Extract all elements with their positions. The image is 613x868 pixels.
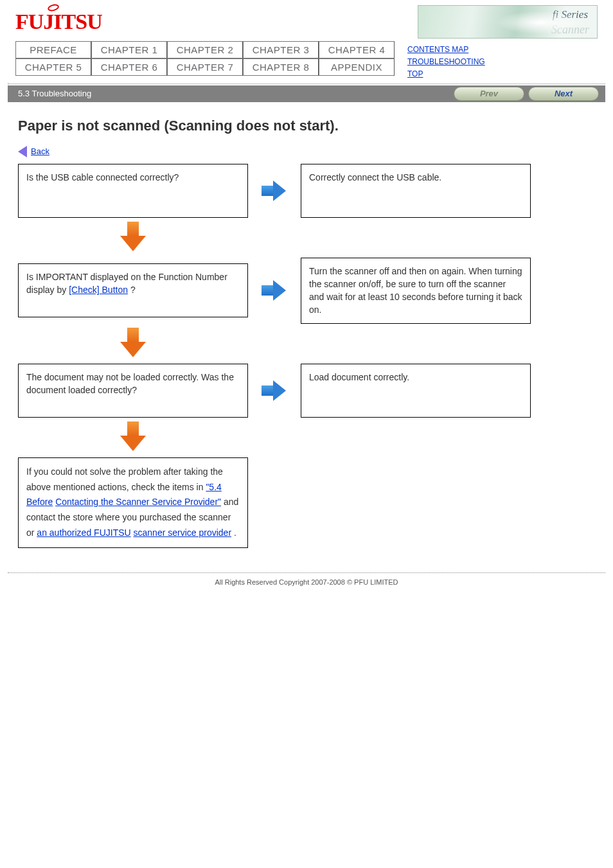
back-icon [18,146,27,157]
tab-appendix[interactable]: APPENDIX [319,58,395,76]
flow-q2-box: Is IMPORTANT displayed on the Function N… [18,263,248,317]
arrow-right-icon [262,178,287,204]
tab-chapter-4[interactable]: CHAPTER 4 [319,41,395,58]
flow-a3-text: Load document correctly. [309,372,409,382]
tab-chapter-3[interactable]: CHAPTER 3 [243,41,319,58]
flow-a2-text: Turn the scanner off and then on again. … [309,266,522,315]
flow-final-box: If you could not solve the problem after… [18,457,248,548]
link-provider-b[interactable]: scanner service provider [134,527,232,538]
link-contents-map[interactable]: CONTENTS MAP [407,44,587,56]
tab-chapter-5[interactable]: CHAPTER 5 [15,58,91,76]
flow-q1-text: Is the USB cable connected correctly? [26,172,179,182]
check-button-link[interactable]: [Check] Button [69,285,128,295]
link-section-54-b[interactable]: Contacting the Scanner Service Provider" [55,497,221,507]
section-bar: 5.3 Troubleshooting Prev Next [8,85,605,102]
section-bar-label: 5.3 Troubleshooting [18,89,450,98]
arrow-down-icon [119,222,147,254]
flow-a1-box: Correctly connect the USB cable. [301,164,531,218]
prev-button[interactable]: Prev [454,87,524,101]
tab-chapter-2[interactable]: CHAPTER 2 [167,41,243,58]
flow-a2-box: Turn the scanner off and then on again. … [301,258,531,324]
next-button[interactable]: Next [528,87,599,101]
back-link[interactable]: Back [31,146,49,156]
flow-q3-text: The document may not be loaded correctly… [26,372,234,395]
tab-chapter-1[interactable]: CHAPTER 1 [91,41,167,58]
flow-a1-text: Correctly connect the USB cable. [309,172,441,182]
flow-q1-box: Is the USB cable connected correctly? [18,164,248,218]
arrow-right-icon [262,278,287,303]
flow-q3-box: The document may not be loaded correctly… [18,364,248,418]
link-troubleshooting[interactable]: TROUBLESHOOTING [407,56,587,68]
tab-chapter-8[interactable]: CHAPTER 8 [243,58,319,76]
link-top[interactable]: TOP [407,68,587,80]
link-provider-a[interactable]: an authorized FUJITSU [37,527,130,538]
tab-preface[interactable]: PREFACE [15,41,91,58]
divider [8,84,605,84]
sidebar-links: CONTENTS MAP TROUBLESHOOTING TOP [407,41,587,81]
chapter-tabs: PREFACE CHAPTER 1 CHAPTER 2 CHAPTER 3 CH… [15,41,395,76]
page-title: Paper is not scanned (Scanning does not … [18,118,587,134]
final-text-1: If you could not solve the problem after… [26,466,223,492]
copyright: All Rights Reserved Copyright 2007-2008 … [0,578,613,586]
flow-a3-box: Load document correctly. [301,364,531,418]
fujitsu-logo: FUJITSU [15,10,102,34]
final-text-3: . [234,527,236,538]
tab-chapter-7[interactable]: CHAPTER 7 [167,58,243,76]
divider-bottom [8,572,605,573]
arrow-right-icon [262,378,287,403]
flow-q2-text-b: ? [130,285,136,295]
product-banner: fi Series Scanner [418,5,598,39]
tab-chapter-6[interactable]: CHAPTER 6 [91,58,167,76]
arrow-down-icon [119,328,147,360]
arrow-down-icon [119,421,147,454]
